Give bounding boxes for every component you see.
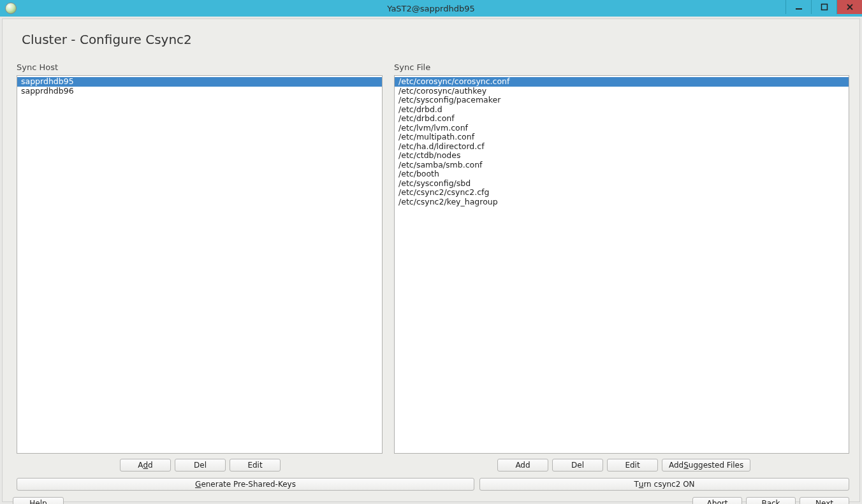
list-item[interactable]: /etc/ha.d/ldirectord.cf — [395, 142, 849, 152]
host-edit-button[interactable]: Edit — [230, 459, 281, 472]
maximize-button[interactable] — [811, 0, 836, 14]
window-title: YaST2@sapprdhdb95 — [0, 4, 862, 13]
page-title: Cluster - Configure Csync2 — [22, 32, 192, 47]
minimize-button[interactable] — [785, 0, 811, 14]
close-button[interactable] — [836, 0, 862, 14]
list-item[interactable]: sapprdhdb96 — [17, 87, 382, 96]
file-del-button[interactable]: Del — [552, 459, 603, 472]
list-item[interactable]: /etc/ctdb/nodes — [395, 151, 849, 161]
list-item[interactable]: /etc/multipath.conf — [395, 133, 849, 142]
list-item[interactable]: /etc/samba/smb.conf — [395, 161, 849, 170]
maximize-icon — [821, 3, 828, 11]
minimize-icon — [795, 3, 803, 11]
list-item[interactable]: /etc/csync2/key_hagroup — [395, 198, 849, 207]
add-suggested-files-button[interactable]: Add Suggested Files — [662, 459, 750, 472]
list-item[interactable]: /etc/booth — [395, 169, 849, 179]
file-edit-button[interactable]: Edit — [607, 459, 658, 472]
list-item[interactable]: /etc/csync2/csync2.cfg — [395, 188, 849, 198]
list-item[interactable]: sapprdhdb95 — [17, 77, 382, 87]
sync-host-label: Sync Host — [17, 62, 58, 72]
close-icon — [846, 3, 854, 11]
list-item[interactable]: /etc/sysconfig/sbd — [395, 179, 849, 189]
turn-csync2-on-button[interactable]: Turn csync2 ON — [479, 478, 849, 491]
nav-buttons: Abort Back Next — [692, 497, 849, 504]
sync-host-listbox[interactable]: sapprdhdb95sapprdhdb96 — [17, 75, 383, 454]
list-item[interactable]: /etc/corosync/authkey — [395, 87, 849, 96]
sync-file-buttons: Add Del Edit Add Suggested Files — [497, 459, 750, 472]
list-item[interactable]: /etc/drbd.conf — [395, 114, 849, 124]
sync-file-listbox[interactable]: /etc/corosync/corosync.conf/etc/corosync… — [394, 75, 849, 454]
next-button[interactable]: Next — [800, 497, 849, 504]
list-item[interactable]: /etc/sysconfig/pacemaker — [395, 96, 849, 105]
file-add-button[interactable]: Add — [497, 459, 548, 472]
svg-rect-0 — [821, 4, 827, 10]
host-del-button[interactable]: Del — [175, 459, 226, 472]
generate-keys-button[interactable]: Generate Pre-Shared-Keys — [17, 478, 474, 491]
list-item[interactable]: /etc/lvm/lvm.conf — [395, 124, 849, 133]
sync-file-label: Sync File — [394, 62, 430, 72]
list-item[interactable]: /etc/corosync/corosync.conf — [395, 77, 849, 87]
help-button[interactable]: Help — [13, 497, 64, 504]
client-area: Cluster - Configure Csync2 Sync Host Syn… — [2, 18, 860, 502]
sync-host-buttons: Add Del Edit — [120, 459, 281, 472]
window-controls — [785, 0, 862, 17]
list-item[interactable]: /etc/drbd.d — [395, 105, 849, 115]
back-button[interactable]: Back — [746, 497, 796, 504]
host-add-button[interactable]: Add — [120, 459, 171, 472]
abort-button[interactable]: Abort — [692, 497, 742, 504]
titlebar: YaST2@sapprdhdb95 — [0, 0, 862, 17]
app-icon — [5, 3, 17, 14]
